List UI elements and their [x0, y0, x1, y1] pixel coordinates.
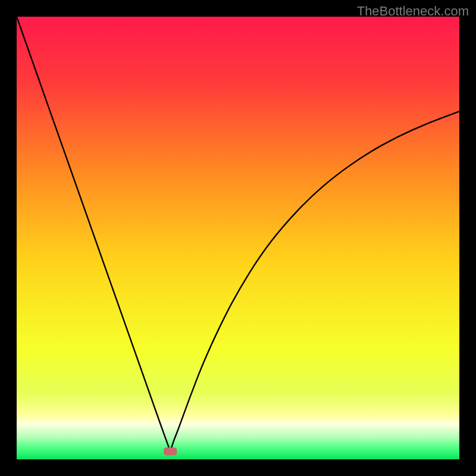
gradient-background: [17, 17, 459, 459]
value-marker: [164, 447, 177, 455]
plot-area: [17, 17, 459, 459]
chart-frame: TheBottleneck.com: [0, 0, 476, 476]
watermark-text: TheBottleneck.com: [357, 4, 469, 19]
chart-canvas: [17, 17, 459, 459]
